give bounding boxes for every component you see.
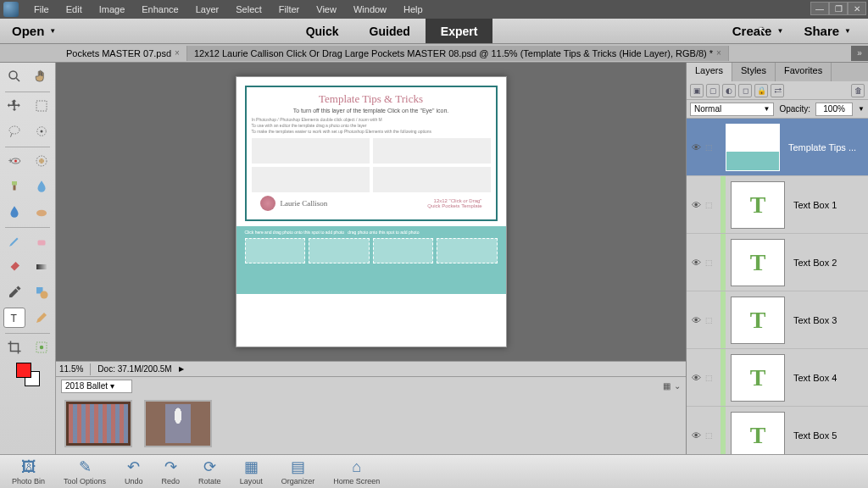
brush-tool[interactable] <box>3 231 25 252</box>
menu-edit[interactable]: Edit <box>58 2 91 17</box>
visibility-icon[interactable]: 👁 <box>687 430 705 441</box>
lasso-tool[interactable] <box>3 121 25 141</box>
photo-bin-button[interactable]: 🖼Photo Bin <box>12 458 45 485</box>
adjustment-icon[interactable]: ◐ <box>722 84 736 97</box>
lock-icon[interactable]: ⬚ <box>705 431 721 440</box>
crop-tool[interactable] <box>3 337 25 358</box>
document-tab[interactable]: Pockets MASTER 07.psd × <box>59 46 187 61</box>
chevron-right-icon[interactable]: ▶ <box>179 365 184 373</box>
photo-bin-icon: 🖼 <box>21 458 36 476</box>
visibility-icon[interactable]: 👁 <box>687 200 705 210</box>
bin-expand-icon[interactable]: ⌄ <box>674 381 681 391</box>
layer-row[interactable]: 👁 ⬚ T Text Box 3 <box>687 291 868 349</box>
bin-grid-icon[interactable]: ▦ <box>663 381 670 391</box>
bin-folder-select[interactable]: 2018 Ballet ▾ <box>61 380 132 393</box>
move-tool[interactable] <box>3 96 25 116</box>
layer-row[interactable]: 👁 ⬚ T Text Box 2 <box>687 234 868 291</box>
open-button[interactable]: Open ▼ <box>0 24 68 38</box>
tab-expert[interactable]: Expert <box>426 19 493 43</box>
layout-button[interactable]: ▦Layout <box>240 458 263 485</box>
lock-icon[interactable]: ⬚ <box>705 316 721 324</box>
lock-icon[interactable]: 🔒 <box>754 84 768 97</box>
lock-icon[interactable]: ⬚ <box>705 201 721 209</box>
close-icon[interactable]: × <box>175 48 180 58</box>
tab-styles[interactable]: Styles <box>732 63 776 81</box>
menu-help[interactable]: Help <box>395 2 431 17</box>
clone-tool[interactable] <box>3 176 25 197</box>
tab-scroll-button[interactable]: » <box>851 46 868 61</box>
bin-thumbnail[interactable] <box>144 400 212 447</box>
eraser-tool[interactable] <box>31 231 53 252</box>
share-button[interactable]: Share ▼ <box>804 24 851 38</box>
lock-icon[interactable]: ⬚ <box>705 374 721 382</box>
menu-select[interactable]: Select <box>227 2 270 17</box>
new-group-icon[interactable]: ▢ <box>706 84 720 97</box>
menu-enhance[interactable]: Enhance <box>133 2 186 17</box>
chevron-down-icon[interactable]: ▼ <box>858 105 865 113</box>
blur-tool[interactable] <box>31 176 53 197</box>
menu-window[interactable]: Window <box>345 2 395 17</box>
sharpen-tool[interactable] <box>31 202 53 222</box>
shapes-tool[interactable] <box>31 282 53 302</box>
redeye-tool[interactable]: + <box>3 151 25 171</box>
visibility-icon[interactable]: 👁 <box>687 258 705 268</box>
menu-layer[interactable]: Layer <box>187 2 228 17</box>
close-icon[interactable]: × <box>716 48 721 58</box>
visibility-icon[interactable]: 👁 <box>687 142 705 152</box>
home-button[interactable]: ⌂Home Screen <box>333 458 380 485</box>
layer-row[interactable]: 👁 ⬚ Template Tips ... <box>687 119 868 176</box>
menu-file[interactable]: File <box>25 2 58 17</box>
zoom-tool[interactable] <box>3 66 25 86</box>
link-icon[interactable]: ⮂ <box>771 84 784 97</box>
close-button[interactable]: ✕ <box>848 2 866 15</box>
visibility-icon[interactable]: 👁 <box>687 315 705 325</box>
paint-bucket-tool[interactable] <box>3 257 25 277</box>
rect-select-tool[interactable] <box>31 96 53 116</box>
layers-toolbar: ▣ ▢ ◐ ◻ 🔒 ⮂ 🗑 <box>687 81 868 100</box>
document-page: Template Tips & Tricks To turn off this … <box>236 76 507 347</box>
visibility-icon[interactable]: 👁 <box>687 373 705 383</box>
pencil-tool[interactable] <box>31 308 53 328</box>
type-tool[interactable]: T <box>3 308 25 328</box>
redo-button[interactable]: ↷Redo <box>162 458 181 485</box>
eyedropper-tool[interactable] <box>3 282 25 302</box>
menu-filter[interactable]: Filter <box>270 2 308 17</box>
undo-button[interactable]: ↶Undo <box>125 458 143 485</box>
lock-icon[interactable]: ⬚ <box>705 258 721 267</box>
gradient-tool[interactable] <box>31 257 53 277</box>
trash-icon[interactable]: 🗑 <box>851 84 865 97</box>
blend-mode-select[interactable]: Normal▼ <box>690 103 774 116</box>
foreground-color[interactable] <box>16 363 31 378</box>
menu-view[interactable]: View <box>308 2 345 17</box>
menu-image[interactable]: Image <box>91 2 134 17</box>
hand-tool[interactable] <box>31 66 53 86</box>
chevron-down-icon: ▼ <box>844 27 851 35</box>
layer-row[interactable]: 👁 ⬚ T Text Box 1 <box>687 176 868 234</box>
opacity-input[interactable]: 100% <box>815 103 853 116</box>
quick-select-tool[interactable] <box>31 121 53 141</box>
create-button[interactable]: Create ▼ <box>732 24 784 38</box>
lock-icon[interactable]: ⬚ <box>705 143 721 152</box>
document-tab-active[interactable]: 12x12 Laurie Callison Click Or Drag Larg… <box>187 46 729 61</box>
tool-options-button[interactable]: ✎Tool Options <box>64 458 106 485</box>
mask-icon[interactable]: ◻ <box>738 84 752 97</box>
layer-row[interactable]: 👁 ⬚ T Text Box 5 <box>687 407 868 454</box>
spot-heal-tool[interactable] <box>31 151 53 171</box>
zoom-level[interactable]: 11.5% <box>59 364 83 374</box>
maximize-button[interactable]: ❐ <box>829 2 848 15</box>
bin-thumbnail[interactable] <box>64 400 132 447</box>
rotate-button[interactable]: ⟳Rotate <box>198 458 221 485</box>
minimize-button[interactable]: — <box>810 2 829 15</box>
layer-thumbnail: T <box>731 297 785 344</box>
organizer-button[interactable]: ▤Organizer <box>281 458 315 485</box>
tab-guided[interactable]: Guided <box>354 19 426 43</box>
new-layer-icon[interactable]: ▣ <box>690 84 704 97</box>
layer-row[interactable]: 👁 ⬚ T Text Box 4 <box>687 349 868 407</box>
tab-layers[interactable]: Layers <box>687 63 732 81</box>
document-viewport[interactable]: Template Tips & Tricks To turn off this … <box>56 63 686 361</box>
tab-quick[interactable]: Quick <box>291 19 354 43</box>
recompose-tool[interactable] <box>31 337 53 358</box>
tab-favorites[interactable]: Favorites <box>776 63 832 81</box>
sponge-tool[interactable] <box>3 202 25 222</box>
color-swatches[interactable] <box>16 363 40 386</box>
